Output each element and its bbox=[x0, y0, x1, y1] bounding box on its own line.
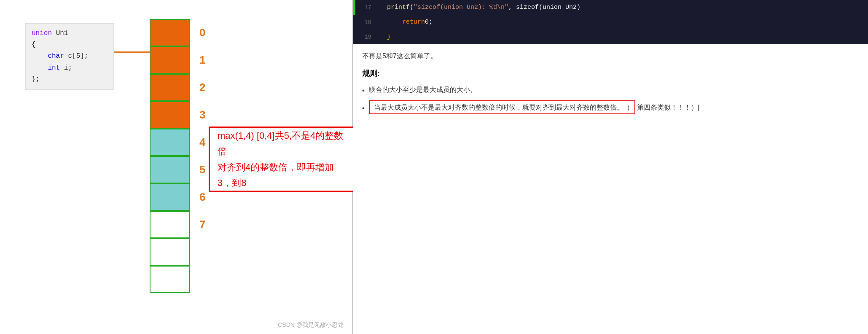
int-type: int bbox=[48, 64, 60, 72]
line-num-19: 19 bbox=[358, 34, 371, 40]
red-annotation-box: max(1,4) [0,4]共5,不是4的整数倍 对齐到4的整数倍，即再增加3，… bbox=[209, 127, 354, 192]
closing-brace: } bbox=[387, 33, 391, 40]
bullet-1: • bbox=[362, 85, 365, 96]
union-name: Un1 bbox=[56, 30, 68, 37]
code-sep-19: | bbox=[378, 33, 382, 40]
code-editor: 17 | printf("sizeof(union Un2): %d\n", s… bbox=[353, 0, 868, 44]
rule-item-1: • 联合的大小至少是最大成员的大小。 bbox=[362, 84, 859, 96]
bullet-2: • bbox=[362, 103, 365, 114]
red-box-line1: max(1,4) [0,4]共5,不是4的整数倍 bbox=[218, 128, 345, 159]
right-panel: 17 | printf("sizeof(union Un2): %d\n", s… bbox=[353, 0, 868, 334]
char-type: char bbox=[48, 52, 64, 60]
left-panel: union Un1 { char c[5]; int i; }; 0 1 2 3… bbox=[0, 0, 352, 334]
mem-block-7 bbox=[150, 211, 190, 238]
format-str: "sizeof(union Un2): %d\n" bbox=[414, 4, 508, 11]
mem-block-5 bbox=[150, 156, 190, 183]
memory-column bbox=[150, 19, 190, 293]
code-sep-18: | bbox=[378, 19, 382, 26]
mem-block-0 bbox=[150, 19, 190, 46]
index-7: 7 bbox=[196, 211, 205, 238]
rule-item-2: • 当最大成员大小不是最大对齐数的整数倍的时候，就要对齐到最大对齐数的整数倍。（… bbox=[362, 102, 859, 114]
keyword-union: union bbox=[32, 30, 52, 37]
content-area: 不再是5和7这么简单了。 规则: • 联合的大小至少是最大成员的大小。 • 当最… bbox=[353, 44, 868, 334]
int-var: i; bbox=[64, 64, 72, 72]
index-1: 1 bbox=[196, 46, 205, 74]
index-6: 6 bbox=[196, 183, 205, 211]
mem-block-2 bbox=[150, 74, 190, 101]
index-column: 0 1 2 3 4 5 6 7 bbox=[196, 19, 205, 238]
close-brace: }; bbox=[32, 75, 40, 83]
rule-2-continuation: 第四条类似！！！）| bbox=[637, 104, 699, 111]
mem-block-1 bbox=[150, 46, 190, 74]
mem-block-3 bbox=[150, 101, 190, 129]
index-0: 0 bbox=[196, 19, 205, 46]
index-5: 5 bbox=[196, 156, 205, 183]
mem-block-8 bbox=[150, 238, 190, 266]
open-brace: { bbox=[32, 41, 36, 48]
code-line-19: 19 | } bbox=[353, 30, 868, 44]
char-var: c[5]; bbox=[68, 52, 88, 60]
code-sep-17: | bbox=[378, 4, 382, 11]
comma: , sizeof(union Un2) bbox=[508, 4, 580, 11]
index-3: 3 bbox=[196, 101, 205, 129]
code-line-17: 17 | printf("sizeof(union Un2): %d\n", s… bbox=[353, 0, 868, 15]
line-num-17: 17 bbox=[358, 4, 371, 11]
mem-block-9 bbox=[150, 266, 190, 293]
line-num-18: 18 bbox=[358, 19, 371, 26]
rule-2-text: 当最大成员大小不是最大对齐数的整数倍的时候，就要对齐到最大对齐数的整数倍。（ 第… bbox=[369, 102, 700, 113]
return-kw: return bbox=[402, 19, 425, 26]
spaces-18 bbox=[387, 19, 402, 26]
index-4: 4 bbox=[196, 129, 205, 156]
red-box-line2: 对齐到4的整数倍，即再增加3，到8 bbox=[218, 159, 345, 191]
code-line-18: 18 | return 0; bbox=[353, 15, 868, 30]
watermark: CSDN @我是无敌小忍龙 bbox=[278, 321, 344, 329]
intro-text: 不再是5和7这么简单了。 bbox=[362, 52, 859, 61]
code-box: union Un1 { char c[5]; int i; }; bbox=[25, 23, 114, 90]
rule-2-boxed-text: 当最大成员大小不是最大对齐数的整数倍的时候，就要对齐到最大对齐数的整数倍。（ bbox=[369, 100, 635, 114]
mem-block-6 bbox=[150, 183, 190, 211]
index-2: 2 bbox=[196, 74, 205, 101]
mem-block-4 bbox=[150, 129, 190, 156]
rules-title: 规则: bbox=[362, 68, 859, 78]
return-val: 0; bbox=[425, 19, 433, 26]
rule-1-text: 联合的大小至少是最大成员的大小。 bbox=[369, 84, 477, 95]
arrow-line bbox=[114, 51, 154, 53]
paren-open: ( bbox=[410, 4, 414, 11]
printf-fn: printf bbox=[387, 4, 410, 11]
